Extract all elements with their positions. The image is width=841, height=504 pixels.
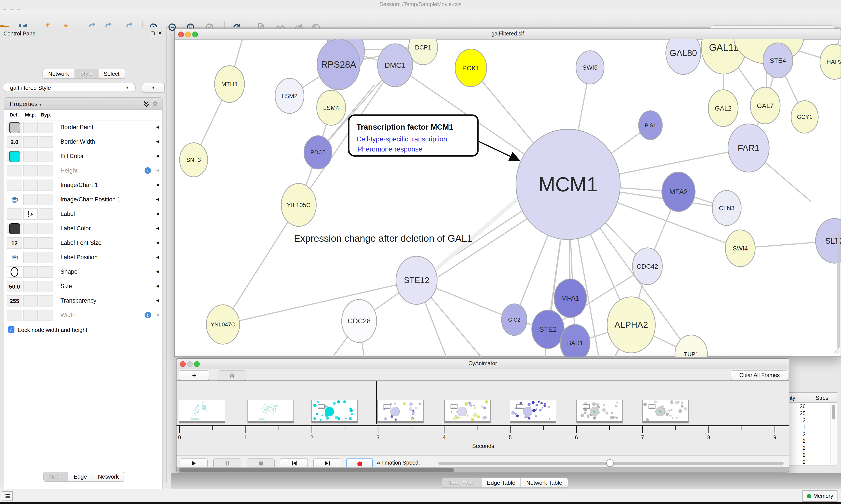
table-tab-edge-table[interactable]: Edge Table: [482, 478, 521, 487]
table-row[interactable]: 2: [788, 451, 837, 458]
timeline-hscrollbar[interactable]: [177, 467, 789, 472]
bypass-cell[interactable]: [38, 295, 53, 307]
annotation-link[interactable]: Pheromone response: [357, 145, 422, 153]
property-row-size[interactable]: 50.0Size◀: [4, 280, 162, 294]
network-node-MFA1[interactable]: MFA1: [554, 279, 587, 318]
frame-thumbnail-3[interactable]: [377, 400, 424, 424]
default-value-cell[interactable]: [6, 165, 22, 177]
stop-button[interactable]: [247, 458, 275, 468]
default-value-cell[interactable]: 2.0: [6, 136, 22, 147]
network-node-YIL105C[interactable]: YIL105C: [281, 183, 316, 227]
float-panel-icon[interactable]: ▢: [150, 30, 155, 36]
tab-style[interactable]: Style: [75, 69, 99, 78]
style-tab-node[interactable]: Node: [44, 472, 68, 481]
network-node-GAL80[interactable]: GAL80: [666, 39, 701, 74]
position-icon[interactable]: [6, 252, 22, 263]
network-node-GIC2[interactable]: GIC2: [502, 304, 527, 336]
cyanimator-titlebar[interactable]: CyAnimator: [177, 359, 789, 370]
tab-select[interactable]: Select: [99, 69, 125, 78]
network-node-CLN3[interactable]: CLN3: [712, 191, 741, 226]
properties-section-header[interactable]: Properties ▾: [4, 97, 163, 110]
expand-left-icon[interactable]: ◀: [156, 284, 159, 288]
close-panel-icon[interactable]: ✕: [158, 30, 162, 36]
mcm1-annotation[interactable]: Transcription factor MCM1Cell-type-speci…: [349, 115, 478, 156]
network-node-MTH1[interactable]: MTH1: [215, 66, 245, 103]
bypass-cell[interactable]: [38, 266, 53, 277]
bypass-cell[interactable]: [38, 310, 53, 321]
network-node-RPS28A[interactable]: RPS28A: [317, 39, 360, 90]
property-row-height[interactable]: Heighti◀: [4, 164, 162, 179]
mapping-cell[interactable]: [23, 223, 38, 234]
mapping-cell[interactable]: [23, 165, 38, 177]
network-node-MCM1[interactable]: MCM1: [516, 129, 620, 239]
property-row-image-chart-position-1[interactable]: Image/Chart Position 1◀: [4, 193, 162, 208]
clear-all-frames-button[interactable]: Clear All Frames: [731, 371, 788, 380]
network-node-SNF3[interactable]: SNF3: [180, 143, 208, 177]
network-node-GCY1[interactable]: GCY1: [791, 101, 818, 133]
frame-thumbnail-2[interactable]: [311, 400, 358, 424]
table-row[interactable]: 1: [788, 424, 837, 431]
frame-thumbnail-6[interactable]: [576, 400, 623, 424]
network-node-DMC1[interactable]: DMC1: [378, 44, 413, 87]
mapping-cell[interactable]: [23, 295, 38, 307]
network-node-STE2[interactable]: STE2: [532, 310, 564, 348]
default-value-cell[interactable]: [6, 223, 22, 234]
mapping-cell[interactable]: [23, 252, 38, 263]
expand-left-icon[interactable]: ◀: [156, 154, 159, 158]
network-vscrollbar[interactable]: [837, 230, 840, 348]
frame-thumbnail-4[interactable]: [444, 400, 490, 424]
bypass-cell[interactable]: [38, 252, 53, 263]
caption-annotation[interactable]: Expression change after deletion of GAL1: [294, 233, 472, 244]
bypass-cell[interactable]: [38, 151, 53, 162]
network-node-DCP1[interactable]: DCP1: [409, 39, 437, 65]
network-node-STE12[interactable]: STE12: [396, 256, 437, 304]
property-row-border-paint[interactable]: Border Paint◀: [4, 121, 162, 135]
default-value-cell[interactable]: [6, 151, 22, 162]
network-node-SWI5[interactable]: SWI5: [576, 51, 604, 84]
expand-left-icon[interactable]: ◀: [156, 313, 159, 317]
bypass-cell[interactable]: [38, 281, 53, 292]
table-row[interactable]: 2: [788, 438, 837, 445]
info-icon[interactable]: i: [145, 312, 151, 318]
mapping-cell[interactable]: [23, 237, 38, 249]
table-col-stress[interactable]: Stres: [816, 395, 828, 401]
table-row[interactable]: 26: [788, 403, 837, 410]
property-row-transparency[interactable]: 255Transparency◀: [4, 294, 162, 309]
default-value-cell[interactable]: 50.0: [6, 281, 22, 292]
table-tab-node-table[interactable]: Node Table: [442, 478, 482, 487]
mapping-cell[interactable]: [23, 266, 38, 277]
network-node-SWI4[interactable]: SWI4: [726, 230, 755, 267]
network-window-titlebar[interactable]: galFiltered.sif: [175, 29, 841, 40]
property-row-label-color[interactable]: Label Color◀: [4, 221, 162, 236]
frame-thumbnail-1[interactable]: [248, 400, 294, 424]
table-vscrollbar[interactable]: [830, 404, 836, 465]
bypass-cell[interactable]: [38, 223, 53, 234]
network-edge[interactable]: [223, 280, 416, 324]
bypass-cell[interactable]: [38, 194, 53, 205]
property-row-border-width[interactable]: 2.0Border Width◀: [4, 135, 162, 150]
bypass-cell[interactable]: [38, 180, 53, 191]
mapping-cell[interactable]: [23, 180, 38, 191]
expand-left-icon[interactable]: ◀: [156, 168, 159, 173]
network-node-PCK1[interactable]: PCK1: [455, 49, 487, 87]
network-node-LSM4[interactable]: LSM4: [317, 90, 345, 125]
bypass-cell[interactable]: [38, 209, 53, 220]
default-value-cell[interactable]: 255: [6, 295, 22, 307]
table-row[interactable]: 2: [788, 445, 837, 452]
network-node-LSM2[interactable]: LSM2: [275, 78, 304, 113]
network-node-PDC5[interactable]: PDC5: [304, 136, 332, 169]
bypass-cell[interactable]: [38, 136, 53, 147]
property-row-label[interactable]: Label◀: [4, 207, 162, 222]
property-row-label-font-size[interactable]: 12Label Font Size◀: [4, 236, 162, 251]
annotation-link[interactable]: Cell-type-specific transcription: [357, 135, 447, 143]
mapping-cell[interactable]: [23, 194, 38, 205]
network-node-GAL7[interactable]: GAL7: [750, 87, 780, 124]
timeline-playhead[interactable]: [376, 381, 377, 425]
style-selector-dropdown[interactable]: galFiltered Style ▼: [3, 83, 136, 92]
network-canvas[interactable]: DCP1RPS28ADMC1PCK1SWI5GAL80GAL11STE4HAP2…: [175, 39, 841, 357]
expand-left-icon[interactable]: ◀: [156, 269, 159, 274]
table-row[interactable]: 25: [788, 410, 837, 417]
task-history-button[interactable]: [2, 491, 13, 501]
mapping-cell[interactable]: [23, 310, 38, 321]
style-tab-network[interactable]: Network: [93, 472, 124, 481]
